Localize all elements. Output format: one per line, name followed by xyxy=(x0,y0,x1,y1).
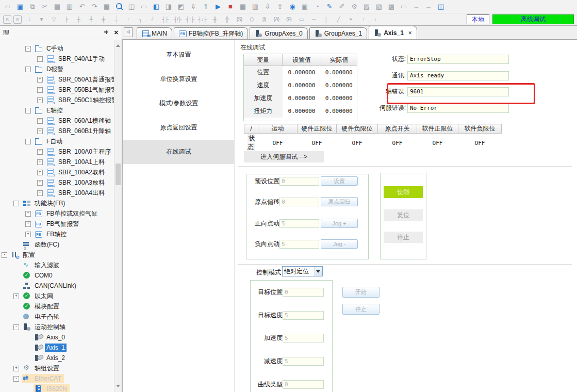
export-icon[interactable]: ◨ xyxy=(163,2,174,12)
jog-action-button[interactable]: Jog + xyxy=(321,219,358,228)
target-value-input[interactable]: 0 xyxy=(283,380,324,389)
clear-icon[interactable]: ▨ xyxy=(361,2,372,12)
rung-join-icon[interactable]: ┼ xyxy=(72,15,85,24)
tree-item[interactable]: - 功能块(FB) xyxy=(0,198,114,208)
tree-item[interactable]: 电子凸轮 xyxy=(0,312,114,322)
axis-power-button[interactable]: 使能 xyxy=(384,186,423,198)
expander-icon[interactable]: + xyxy=(37,170,43,175)
tree-item[interactable]: + SBR_060A1横移轴 xyxy=(0,116,114,126)
expander-icon[interactable]: - xyxy=(25,67,31,72)
line-up-icon[interactable]: ↑ xyxy=(122,15,134,24)
close-panel-icon[interactable]: ✕ xyxy=(114,29,119,36)
tree-item[interactable]: + SBR_040A1手动 xyxy=(0,54,114,64)
expander-icon[interactable]: + xyxy=(37,77,43,83)
tree-scrollbar[interactable] xyxy=(114,40,122,392)
expander-icon[interactable]: + xyxy=(13,293,19,299)
config-menu-item[interactable]: 在线调试 xyxy=(123,140,234,164)
monitor-icon[interactable]: ◉ xyxy=(287,2,298,12)
expander-icon[interactable]: + xyxy=(25,211,31,217)
contact-nc-icon[interactable]: ┤/├ xyxy=(171,15,184,24)
expander-icon[interactable]: + xyxy=(37,190,43,196)
tree-item[interactable]: + SBR_050C1轴控报警 xyxy=(0,95,114,105)
toolbar-separator[interactable] xyxy=(117,15,117,24)
document-tab[interactable]: MAIN xyxy=(137,27,172,39)
undo-icon[interactable]: ↶ xyxy=(76,2,88,12)
test-icon[interactable]: ▭ xyxy=(398,2,409,12)
target-value-input[interactable]: 0 xyxy=(283,288,324,297)
expander-icon[interactable]: - xyxy=(13,376,19,382)
local-button[interactable]: 本地 xyxy=(467,14,489,24)
expander-icon[interactable]: + xyxy=(37,87,43,93)
expander-icon[interactable]: - xyxy=(13,201,19,206)
control-mode-dropdown[interactable]: 绝对定位 xyxy=(282,266,323,276)
tree-item[interactable]: - D报警 xyxy=(0,64,114,74)
pin-icon[interactable] xyxy=(104,30,109,36)
open-icon[interactable]: ▱ xyxy=(2,2,13,12)
jog-value-input[interactable]: 0 xyxy=(279,177,319,186)
target-value-input[interactable]: 5 xyxy=(283,334,324,342)
s-coil2-icon[interactable]: S xyxy=(13,15,22,24)
tree-item[interactable]: Axis_0 xyxy=(0,332,114,342)
line-right-icon[interactable]: → xyxy=(109,15,122,24)
enter-servo-debug-button[interactable]: 进入伺服调试—> xyxy=(244,151,324,162)
expander-icon[interactable]: + xyxy=(37,149,43,155)
jog-action-button[interactable]: 设置 xyxy=(321,176,358,186)
target-value-input[interactable]: 5 xyxy=(283,357,324,366)
branch-down-icon[interactable]: ▼ xyxy=(35,15,47,24)
tab-scroll-left-button[interactable]: ◁ xyxy=(124,27,133,37)
corner2-icon[interactable]: ┘ xyxy=(146,15,159,24)
expander-icon[interactable]: - xyxy=(25,108,31,113)
rung-insert-icon[interactable]: ├ xyxy=(60,15,72,24)
star-delete-icon[interactable]: ✶ xyxy=(344,15,357,24)
tree-item[interactable]: + FB气缸报警 xyxy=(0,219,114,229)
document-tab[interactable]: FB轴控(FB_升降轴) xyxy=(174,27,248,39)
redo-icon[interactable]: ↷ xyxy=(89,2,100,12)
expander-icon[interactable]: + xyxy=(37,159,43,165)
offline-debug-indicator[interactable]: 离线调试 xyxy=(492,14,574,24)
tree-item[interactable]: + SBR_100A0主程序 xyxy=(0,146,114,157)
tree-item[interactable]: - E轴控 xyxy=(0,105,114,116)
jog-value-input[interactable]: 5 xyxy=(279,240,319,249)
upload-icon[interactable]: ⇑ xyxy=(200,2,211,12)
copy-icon[interactable]: ▤ xyxy=(52,2,63,12)
tree-item[interactable]: + FB单控或双控气缸 xyxy=(0,208,114,219)
scrollbar-thumb[interactable] xyxy=(116,164,121,185)
vline-icon[interactable]: │ xyxy=(320,15,332,24)
expander-icon[interactable]: + xyxy=(37,97,43,103)
expander-icon[interactable]: + xyxy=(13,366,19,371)
tree-item[interactable]: + SBR_100A2取料 xyxy=(0,167,114,177)
move-up-icon[interactable]: ↑ xyxy=(357,15,369,24)
contact-rise-icon[interactable]: ╫ xyxy=(208,15,221,24)
device-view-icon[interactable]: ◫ xyxy=(435,2,447,12)
print-preview-icon[interactable]: ◫ xyxy=(126,2,137,12)
document-tab[interactable]: GroupAxes_1 xyxy=(309,27,367,39)
start-button[interactable]: 开始 xyxy=(342,287,380,298)
tree-item[interactable]: 函数(FC) xyxy=(0,239,114,250)
save-all-icon[interactable]: ⧉ xyxy=(27,2,38,12)
expander-icon[interactable]: - xyxy=(25,139,31,144)
s-coil-icon[interactable]: S xyxy=(3,15,11,24)
tree-item[interactable]: CAN(CANLink) xyxy=(0,281,114,291)
tree-item[interactable]: - C手动 xyxy=(0,43,114,54)
insert-row-icon[interactable]: ▧ xyxy=(373,2,385,12)
edit-params-icon[interactable]: ✐ xyxy=(336,2,348,12)
config-menu-item[interactable]: 模式/参数设置 xyxy=(123,91,234,116)
expander-icon[interactable]: + xyxy=(37,180,43,186)
contact-fall-icon[interactable]: ╬ xyxy=(221,15,233,24)
contact-no-icon[interactable]: ┤├ xyxy=(159,15,171,24)
target-value-input[interactable]: 5 xyxy=(283,311,324,320)
compile-icon[interactable]: ⚙ xyxy=(349,2,360,12)
step-into-icon[interactable]: → xyxy=(410,2,422,12)
tree-item[interactable]: - 配置 xyxy=(0,250,114,260)
cascade-windows-icon[interactable]: ◧ xyxy=(151,2,162,12)
find-icon[interactable] xyxy=(113,2,125,12)
plc-blocks-icon[interactable]: ▦ xyxy=(237,2,249,12)
move-down-icon[interactable]: ↓ xyxy=(369,15,382,24)
tree-item[interactable]: IS620N xyxy=(0,384,114,392)
tree-item[interactable]: 输入滤波 xyxy=(0,260,114,270)
jog-action-button[interactable]: 原点回归 xyxy=(321,197,358,206)
slash-delete-icon[interactable]: ╱ xyxy=(332,15,344,24)
dropdown-arrow-icon[interactable] xyxy=(315,267,322,276)
edit-icon[interactable]: ✎ xyxy=(324,2,335,12)
tree-item[interactable]: + SBR_060B1升降轴 xyxy=(0,126,114,136)
